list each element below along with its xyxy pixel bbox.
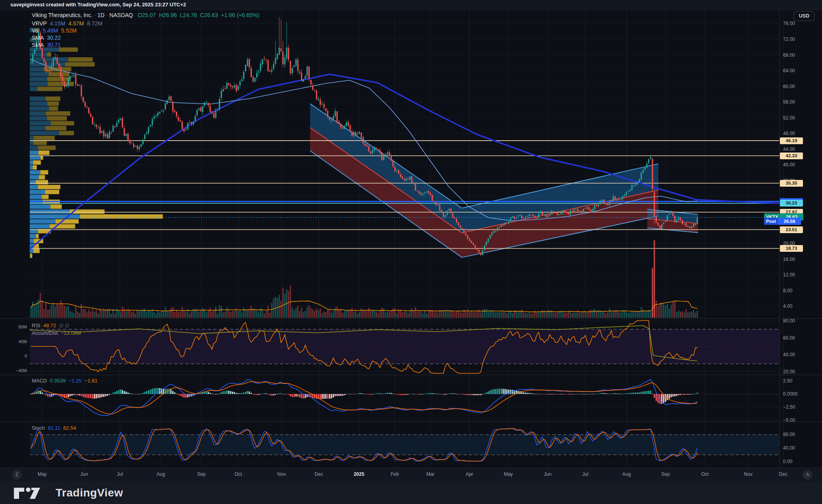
sma1-value: 30.22 [47, 35, 61, 41]
time-axis-month[interactable]: Oct [701, 471, 709, 477]
change-label: +1.66 (+6.65%) [221, 12, 260, 18]
ohlc-open: O25.07 [137, 12, 156, 18]
rsi-value: 48.72 [43, 322, 56, 328]
sma2-value: 30.71 [47, 42, 61, 48]
rsi-tick: 80.00 [783, 318, 795, 324]
rsi-empty-values: ∅ ∅ [59, 322, 69, 328]
macd-legend[interactable]: MACD 0.3539 −1.25 −1.61 [32, 378, 98, 384]
time-axis-month[interactable]: 2025 [354, 471, 365, 477]
time-axis-month[interactable]: Mar [426, 471, 435, 477]
price-tick: 56.00 [783, 99, 795, 105]
exchange-label: NASDAQ [110, 12, 133, 18]
price-tick: 52.00 [783, 115, 795, 121]
time-axis-month[interactable]: Aug [622, 471, 631, 477]
price-tick: 64.00 [783, 68, 795, 73]
vrvp-legend[interactable]: VRVP 4.15M 4.57M 8.72M [32, 20, 102, 27]
watermark-bar: savepiginvest created with TradingView.c… [0, 0, 822, 10]
footer-bar: TradingView [0, 481, 822, 504]
time-axis-month[interactable]: Nov [744, 471, 752, 477]
timezone-button[interactable]: Z [12, 470, 22, 480]
auto-scale-button[interactable]: A [803, 470, 812, 480]
price-tick: 44.00 [783, 147, 795, 152]
post-market-price-label-tag: Post [764, 218, 778, 225]
vrvp-value-2: 4.57M [68, 20, 84, 27]
time-axis-month[interactable]: Jul [117, 471, 123, 477]
stoch-k-value: 81.11 [48, 425, 60, 431]
time-axis-month[interactable]: Jun [80, 471, 88, 477]
ohlc-high: H26.96 [159, 12, 177, 18]
accum-dist-value: −13.08M [61, 330, 81, 336]
time-axis-month[interactable]: Jul [582, 471, 588, 477]
time-axis-month[interactable]: May [38, 471, 47, 477]
price-tick: 4.00 [783, 303, 792, 309]
vrvp-value-1: 4.15M [50, 20, 66, 27]
currency-button[interactable]: USD [794, 11, 814, 21]
price-tick: 72.00 [783, 37, 795, 42]
sma1-legend[interactable]: SMA 30.22 [32, 35, 61, 41]
time-axis-month[interactable]: Dec [779, 471, 787, 477]
time-axis-month[interactable]: May [504, 471, 513, 477]
macd-tick: −2.50 [783, 404, 795, 410]
symbol-title: Viking Therapeutics, Inc. [32, 12, 93, 18]
price-tick: 12.00 [783, 272, 795, 278]
macd-tick: −5.00 [783, 417, 795, 423]
macd-line-value: −1.25 [69, 378, 82, 384]
rsi-tick: 60.00 [783, 335, 795, 341]
time-axis-month[interactable]: Feb [391, 471, 399, 477]
stoch-tick: 0.00 [783, 459, 792, 464]
rsi-tick: 40.00 [783, 352, 795, 357]
time-axis-month[interactable]: Aug [156, 471, 165, 477]
accum-dist-scale-tick: 80M [11, 324, 27, 329]
price-level-label[interactable]: 35.35 [780, 180, 803, 187]
price-tick: 8.00 [783, 288, 792, 294]
macd-hist-value: 0.3539 [50, 378, 66, 384]
stoch-tick: 80.00 [783, 432, 795, 437]
time-axis-month[interactable]: Apr [466, 471, 473, 477]
time-axis-month[interactable]: Nov [277, 471, 286, 477]
post-market-price-label-value: 26.58 [778, 218, 801, 225]
stoch-tick: 40.00 [783, 445, 795, 451]
price-tick: 60.00 [783, 84, 795, 89]
rsi-legend[interactable]: RSI 48.72 ∅ ∅ [32, 322, 69, 328]
price-tick: 40.00 [783, 162, 795, 168]
sma2-legend[interactable]: SMA 30.71 [32, 42, 61, 48]
accum-dist-scale-tick: −40M [11, 368, 27, 373]
stoch-legend[interactable]: Stoch 81.11 62.54 [32, 425, 76, 431]
accum-dist-legend[interactable]: Accum/Dist −13.08M [32, 330, 81, 336]
tradingview-chart-window: savepiginvest created with TradingView.c… [0, 0, 822, 504]
macd-signal-value: −1.61 [85, 378, 98, 384]
time-axis-month[interactable]: Oct [235, 471, 242, 477]
accum-dist-scale-tick: 0 [11, 353, 27, 358]
volume-value-2: 5.52M [61, 27, 77, 34]
time-axis-month[interactable]: Dec [315, 471, 323, 477]
vrvp-value-3: 8.72M [87, 20, 102, 27]
volume-value-1: 5.48M [42, 27, 58, 34]
ohlc-low: L24.78 [180, 12, 197, 18]
price-tick: 68.00 [783, 52, 795, 58]
interval-label[interactable]: 1D [97, 12, 104, 18]
ohlc-close: C26.63 [200, 12, 218, 18]
tradingview-logo-icon[interactable] [13, 487, 49, 500]
time-axis-month[interactable]: Sep [661, 471, 670, 477]
price-tick: 76.00 [783, 21, 795, 26]
price-level-label[interactable]: 46.19 [780, 137, 803, 144]
accum-dist-scale-tick: 40M [11, 339, 27, 344]
price-level-label[interactable]: 42.33 [780, 153, 803, 159]
stoch-d-value: 62.54 [63, 425, 76, 431]
price-tick: 16.00 [783, 257, 795, 262]
macd-tick: 2.50 [783, 378, 792, 384]
rsi-tick: 20.00 [783, 369, 795, 375]
macd-tick: 0.0000 [783, 391, 798, 397]
price-level-label[interactable]: 18.73 [780, 245, 803, 252]
price-level-label[interactable]: 23.51 [780, 226, 803, 233]
volume-legend[interactable]: Vol 5.48M 5.52M [32, 27, 77, 34]
post-market-price-label[interactable]: Post26.58 [764, 218, 801, 225]
tradingview-brand-text[interactable]: TradingView [56, 487, 123, 499]
price-tick: 48.00 [783, 131, 795, 136]
watermark-credit: savepiginvest created with TradingView.c… [10, 2, 186, 8]
price-level-label[interactable]: 30.23 [780, 200, 803, 207]
time-axis-month[interactable]: Sep [197, 471, 205, 477]
time-axis-month[interactable]: Jun [544, 471, 551, 477]
symbol-legend[interactable]: Viking Therapeutics, Inc. · 1D · NASDAQ … [32, 12, 259, 18]
chart-canvas[interactable] [0, 0, 822, 504]
